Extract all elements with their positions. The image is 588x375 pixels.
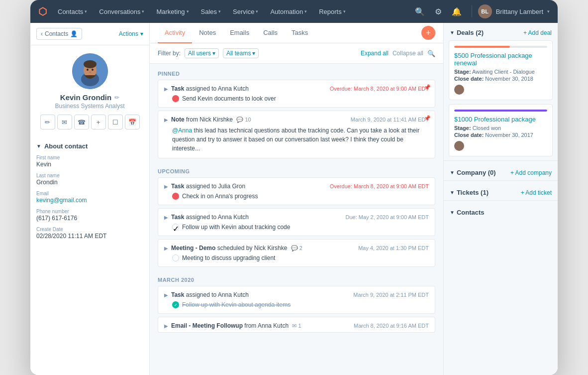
email-action-icon[interactable]: ✉ bbox=[57, 115, 72, 129]
march-task-1-text: Follow up with Kevin about agenda items bbox=[182, 301, 291, 308]
deal-1-name[interactable]: $500 Professional package renewal bbox=[454, 52, 547, 67]
upcoming-task-2-body: ✓ Follow up with Kevin about tracking co… bbox=[158, 224, 435, 236]
actions-button[interactable]: Actions ▾ bbox=[119, 30, 143, 37]
expand-upcoming-task-2-icon[interactable]: ▶ bbox=[164, 215, 168, 220]
meeting-action-icon[interactable]: 📅 bbox=[125, 115, 140, 129]
edit-name-icon[interactable]: ✏ bbox=[114, 94, 119, 101]
tab-notes[interactable]: Notes bbox=[192, 23, 223, 43]
add-ticket-button[interactable]: + Add ticket bbox=[521, 189, 552, 196]
search-icon-nav[interactable]: 🔍 bbox=[411, 5, 429, 18]
contacts-chevron-icon: ▼ bbox=[450, 210, 455, 215]
notifications-icon[interactable]: 🔔 bbox=[448, 5, 466, 18]
filter-users-chip[interactable]: All users ▾ bbox=[185, 48, 219, 58]
create-date-field: Create Date 02/28/2020 11:11 AM EDT bbox=[30, 225, 149, 243]
actions-chevron-icon: ▾ bbox=[140, 30, 143, 37]
phone-field: Phone number (617) 617-6176 bbox=[30, 207, 149, 225]
person-icon: 👤 bbox=[70, 30, 78, 37]
upcoming-section-label: Upcoming bbox=[158, 161, 435, 177]
company-section-header[interactable]: ▼ Company (0) + Add company bbox=[444, 163, 558, 180]
expand-pinned-note-icon[interactable]: ▶ bbox=[164, 117, 168, 123]
deals-divider bbox=[444, 160, 558, 161]
pinned-note-1-time: March 9, 2020 at 11:41 AM EDT bbox=[351, 117, 429, 123]
add-deal-button[interactable]: + Add deal bbox=[523, 29, 552, 36]
nav-reports-chevron: ▾ bbox=[343, 9, 346, 14]
expand-pinned-task-1-icon[interactable]: ▶ bbox=[164, 86, 168, 92]
action-icons-row: ✏ ✉ ☎ + ☐ 📅 bbox=[40, 115, 140, 129]
nav-automation[interactable]: Automation ▾ bbox=[265, 6, 312, 17]
nav-sales-chevron: ▾ bbox=[218, 9, 221, 14]
back-to-contacts[interactable]: ‹ Contacts 👤 bbox=[36, 28, 82, 40]
tab-calls[interactable]: Calls bbox=[256, 23, 285, 43]
add-company-button[interactable]: + Add company bbox=[510, 169, 552, 176]
note-action-icon[interactable]: ✏ bbox=[40, 115, 55, 129]
expand-collapse-controls: Expand all Collapse all bbox=[361, 50, 423, 57]
add-activity-button[interactable]: + bbox=[421, 26, 435, 40]
nav-marketing[interactable]: Marketing ▾ bbox=[151, 6, 194, 17]
upcoming-meeting-1-header: ▶ Meeting - Demo scheduled by Nick Kirsh… bbox=[158, 240, 435, 254]
filter-users-chevron-icon: ▾ bbox=[212, 50, 215, 57]
deal-2-progress-fill bbox=[454, 110, 547, 112]
company-divider bbox=[444, 180, 558, 181]
activity-feed: Pinned ▶ Task assigned to Anna Kutch Ove… bbox=[150, 64, 443, 375]
deal-2-avatar bbox=[454, 141, 464, 151]
upcoming-task-1-header: ▶ Task assigned to Julia Gron Overdue: M… bbox=[158, 178, 435, 193]
deals-section-header[interactable]: ▼ Deals (2) + Add deal bbox=[444, 23, 558, 40]
expand-march-task-1-icon[interactable]: ▶ bbox=[164, 292, 168, 298]
sidebar-header: ‹ Contacts 👤 Actions ▾ bbox=[30, 23, 149, 45]
pinned-task-1-body: Send Kevin documents to look over bbox=[158, 95, 435, 107]
hubspot-logo: ⬡ bbox=[38, 5, 47, 17]
nav-conversations[interactable]: Conversations ▾ bbox=[94, 6, 149, 17]
upcoming-meeting-1-body: Meeting to discuss upgrading client bbox=[158, 254, 435, 266]
pinned-task-1: ▶ Task assigned to Anna Kutch Overdue: M… bbox=[158, 80, 435, 108]
march-task-1-body: ✓ Follow up with Kevin about agenda item… bbox=[158, 301, 435, 313]
contacts-section-header[interactable]: ▼ Contacts bbox=[444, 203, 558, 220]
upcoming-task-1-body: Check in on Anna's progress bbox=[158, 193, 435, 205]
activity-search-icon[interactable]: 🔍 bbox=[427, 50, 435, 57]
tickets-title: Tickets (1) bbox=[457, 189, 521, 196]
expand-upcoming-task-1-icon[interactable]: ▶ bbox=[164, 184, 168, 189]
browser-frame: ⬡ Contacts ▾ Conversations ▾ Marketing ▾… bbox=[30, 0, 558, 375]
deal-2-name[interactable]: $1000 Professional package bbox=[454, 116, 547, 123]
company-chevron-icon: ▼ bbox=[450, 170, 455, 175]
expand-march-email-icon[interactable]: ▶ bbox=[164, 323, 168, 329]
nav-automation-chevron: ▾ bbox=[304, 9, 307, 14]
pinned-section-label: Pinned bbox=[158, 64, 435, 80]
svg-point-6 bbox=[89, 72, 91, 73]
user-avatar: BL bbox=[478, 4, 492, 18]
nav-contacts[interactable]: Contacts ▾ bbox=[53, 6, 92, 17]
center-panel: Activity Notes Emails Calls Tasks + Filt… bbox=[150, 23, 443, 375]
filter-teams-chip[interactable]: All teams ▾ bbox=[223, 48, 259, 58]
upcoming-task-2-header: ▶ Task assigned to Anna Kutch Due: May 2… bbox=[158, 209, 435, 224]
back-arrow-icon: ‹ bbox=[41, 30, 43, 37]
settings-icon[interactable]: ⚙ bbox=[431, 5, 446, 18]
call-action-icon[interactable]: ☎ bbox=[74, 115, 89, 129]
nav-reports[interactable]: Reports ▾ bbox=[314, 6, 351, 17]
task-status-outline-icon: ✓ bbox=[172, 224, 179, 231]
pinned-note-1: ▶ Note from Nick Kirshke 💬 10 March 9, 2… bbox=[158, 111, 435, 158]
nav-sales[interactable]: Sales ▾ bbox=[196, 6, 226, 17]
nav-service[interactable]: Service ▾ bbox=[228, 6, 263, 17]
expand-all-btn[interactable]: Expand all bbox=[361, 50, 389, 57]
contact-title: Business Systems Analyst bbox=[55, 103, 124, 110]
collapse-all-btn[interactable]: Collapse all bbox=[392, 50, 423, 57]
nav-service-chevron: ▾ bbox=[256, 9, 258, 14]
filter-bar: Filter by: All users ▾ All teams ▾ Expan… bbox=[150, 43, 443, 64]
march2020-section-label: March 2020 bbox=[158, 270, 435, 286]
about-contact-toggle[interactable]: ▼ About contact bbox=[30, 137, 149, 153]
tickets-section: ▼ Tickets (1) + Add ticket bbox=[444, 183, 558, 200]
task-status-red-icon bbox=[172, 95, 179, 102]
tickets-divider bbox=[444, 200, 558, 201]
more-action-icon[interactable]: + bbox=[91, 115, 106, 129]
tab-tasks[interactable]: Tasks bbox=[285, 23, 315, 43]
expand-meeting-icon[interactable]: ▶ bbox=[164, 246, 168, 251]
user-menu[interactable]: BL Brittany Lambert ▾ bbox=[478, 4, 550, 18]
task-action-icon[interactable]: ☐ bbox=[108, 115, 123, 129]
pin-icon-2: 📌 bbox=[424, 115, 431, 122]
filter-teams-chevron-icon: ▾ bbox=[252, 50, 255, 57]
tickets-section-header[interactable]: ▼ Tickets (1) + Add ticket bbox=[444, 183, 558, 200]
last-name-field: Last name Grondin bbox=[30, 171, 149, 189]
filter-by-label: Filter by: bbox=[158, 50, 181, 57]
tab-activity[interactable]: Activity bbox=[158, 23, 192, 43]
upcoming-task-1: ▶ Task assigned to Julia Gron Overdue: M… bbox=[158, 177, 435, 205]
tab-emails[interactable]: Emails bbox=[223, 23, 256, 43]
